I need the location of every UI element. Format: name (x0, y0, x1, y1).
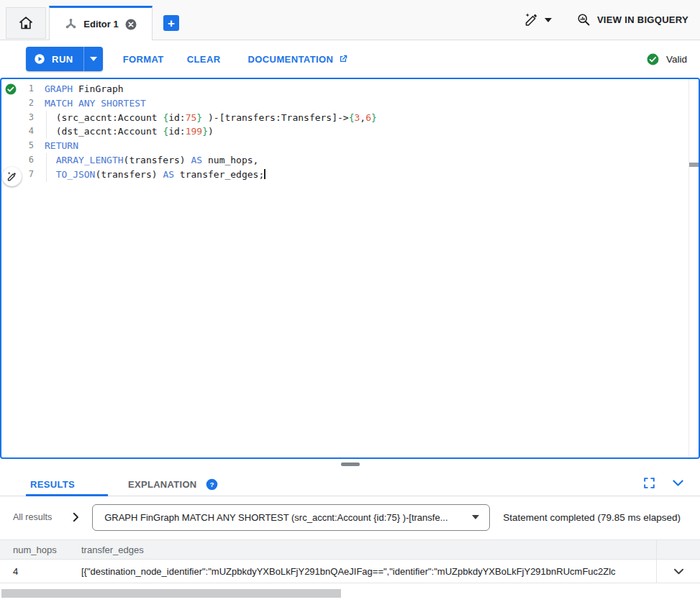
chevron-down-icon (90, 57, 97, 61)
pen-spark-icon (524, 12, 539, 27)
active-tab-underline (26, 494, 108, 496)
home-icon (17, 14, 35, 32)
help-icon: ? (206, 478, 218, 491)
run-button[interactable]: RUN (26, 47, 83, 71)
chevron-right-icon (69, 511, 82, 524)
query-valid-marker-icon (4, 83, 17, 96)
statement-status-text: Statement completed (79.85 ms elapsed) (503, 512, 681, 523)
code-line[interactable]: MATCH ANY SHORTEST (45, 96, 699, 111)
cell-num-hops: 4 (0, 566, 68, 577)
code-line[interactable]: RETURN (45, 139, 699, 153)
tab-strip-actions: VIEW IN BIGQUERY (524, 0, 688, 40)
code-line[interactable]: TO_JSON(transfers) AS transfer_edges; (45, 168, 699, 182)
editor-vertical-scrollbar[interactable] (688, 79, 699, 457)
clear-button[interactable]: CLEAR (187, 54, 221, 65)
external-link-icon (338, 54, 348, 64)
close-tab-icon[interactable] (124, 18, 137, 31)
chevron-down-icon (545, 18, 552, 22)
code-lines[interactable]: GRAPH FinGraphMATCH ANY SHORTEST (src_ac… (34, 82, 699, 457)
view-in-bigquery-label: VIEW IN BIGQUERY (597, 14, 688, 25)
dropdown-caret-icon (472, 515, 479, 519)
query-search-icon (576, 12, 591, 27)
code-line[interactable]: (src_accnt:Account {id:75} )-[transfers:… (45, 111, 699, 125)
svg-text:?: ? (209, 480, 214, 488)
tab-editor-1[interactable]: Editor 1 (49, 6, 153, 40)
query-tool-icon (64, 17, 78, 31)
documentation-link[interactable]: DOCUMENTATION (248, 54, 349, 65)
play-icon (33, 53, 46, 65)
line-number: 6 (1, 153, 34, 168)
pen-spark-icon (6, 171, 17, 182)
editor-scrollbar-thumb[interactable] (689, 163, 699, 167)
line-number: 5 (1, 139, 34, 153)
plus-icon: + (168, 17, 175, 29)
header-action-column (656, 540, 700, 559)
line-number: 3 (1, 111, 34, 125)
collapse-panel-button[interactable] (671, 475, 686, 491)
fullscreen-icon (642, 476, 656, 490)
code-line[interactable]: GRAPH FinGraph (45, 82, 699, 96)
resize-drag-handle[interactable] (341, 463, 360, 466)
run-label: RUN (52, 54, 73, 65)
results-table: num_hops transfer_edges 4 [{"destination… (0, 539, 700, 583)
query-editor[interactable]: 1234567 GRAPH FinGraphMATCH ANY SHORTEST… (0, 78, 700, 459)
view-in-bigquery-button[interactable]: VIEW IN BIGQUERY (576, 12, 688, 27)
chevron-down-icon (671, 475, 686, 491)
column-header-transfer-edges[interactable]: transfer_edges (68, 545, 656, 555)
run-split-button: RUN (26, 47, 103, 71)
valid-label: Valid (666, 54, 687, 65)
all-results-expand-button[interactable] (69, 511, 82, 524)
statement-select-value: GRAPH FinGraph MATCH ANY SHORTEST (src_a… (104, 512, 465, 523)
gutter-numbers: 1234567 (1, 82, 34, 457)
add-editor-tab-button[interactable]: + (163, 15, 179, 31)
code-line[interactable]: (dst_accnt:Account {id:199}) (45, 124, 699, 139)
line-number: 2 (1, 96, 34, 111)
statement-select-dropdown[interactable]: GRAPH FinGraph MATCH ANY SHORTEST (src_a… (92, 504, 490, 531)
tab-explanation[interactable]: EXPLANATION (128, 479, 197, 490)
table-header-row: num_hops transfer_edges (0, 539, 700, 560)
text-cursor (264, 169, 265, 179)
format-button[interactable]: FORMAT (123, 54, 164, 65)
format-label: FORMAT (123, 54, 164, 65)
line-number: 4 (1, 124, 34, 139)
all-results-label: All results (13, 512, 52, 522)
home-tab-button[interactable] (6, 7, 46, 39)
fullscreen-button[interactable] (642, 476, 656, 490)
results-horizontal-scrollbar[interactable] (0, 589, 700, 598)
gemini-assist-button[interactable] (2, 167, 22, 186)
tab-strip: Editor 1 + (0, 0, 700, 40)
horizontal-scrollbar-thumb[interactable] (1, 589, 341, 598)
expand-row-button[interactable] (656, 560, 700, 583)
results-tab-bar: RESULTS EXPLANATION ? (0, 473, 700, 496)
explanation-tab-label: EXPLANATION (128, 479, 197, 490)
chevron-down-icon (672, 565, 686, 578)
panel-divider (0, 459, 700, 473)
editor-toolbar: RUN FORMAT CLEAR DOCUMENTATION (0, 40, 700, 78)
validation-status: Valid (646, 53, 687, 66)
explanation-help-button[interactable]: ? (206, 478, 218, 491)
documentation-label: DOCUMENTATION (248, 54, 334, 65)
tab-editor-1-label: Editor 1 (83, 19, 118, 29)
valid-check-icon (646, 53, 660, 66)
cell-transfer-edges: [{"destination_node_identifier":"mUZpbkd… (68, 566, 656, 577)
table-row[interactable]: 4 [{"destination_node_identifier":"mUZpb… (0, 560, 700, 583)
column-header-num-hops[interactable]: num_hops (0, 545, 68, 555)
run-options-button[interactable] (83, 47, 103, 71)
assist-menu-button[interactable] (524, 12, 552, 27)
clear-label: CLEAR (187, 54, 221, 65)
spanner-studio-app: Editor 1 + (0, 0, 700, 615)
code-line[interactable]: ARRAY_LENGTH(transfers) AS num_hops, (45, 153, 699, 168)
results-toolbar: All results GRAPH FinGraph MATCH ANY SHO… (0, 496, 700, 538)
tab-results[interactable]: RESULTS (12, 479, 94, 490)
results-tab-label: RESULTS (30, 479, 75, 490)
